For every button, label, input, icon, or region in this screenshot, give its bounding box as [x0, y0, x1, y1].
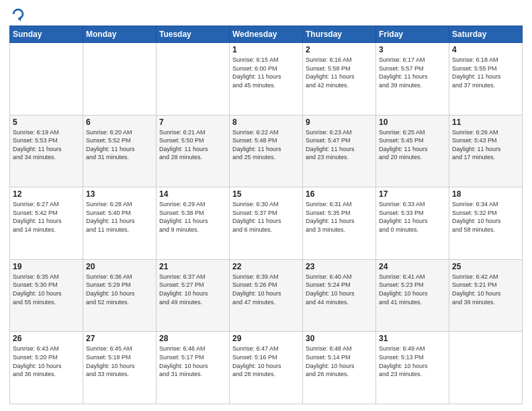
day-info: Sunrise: 6:40 AM Sunset: 5:24 PM Dayligh…	[306, 273, 373, 306]
day-info: Sunrise: 6:42 AM Sunset: 5:21 PM Dayligh…	[452, 273, 519, 306]
calendar-cell: 4Sunrise: 6:18 AM Sunset: 5:55 PM Daylig…	[449, 43, 523, 116]
calendar-cell: 28Sunrise: 6:46 AM Sunset: 5:17 PM Dayli…	[157, 332, 230, 404]
day-info: Sunrise: 6:41 AM Sunset: 5:23 PM Dayligh…	[379, 273, 446, 306]
calendar-cell: 17Sunrise: 6:33 AM Sunset: 5:33 PM Dayli…	[376, 187, 449, 260]
calendar-cell: 30Sunrise: 6:48 AM Sunset: 5:14 PM Dayli…	[303, 332, 376, 404]
day-info: Sunrise: 6:48 AM Sunset: 5:14 PM Dayligh…	[306, 345, 373, 378]
day-info: Sunrise: 6:21 AM Sunset: 5:50 PM Dayligh…	[159, 128, 226, 162]
calendar-week-3: 12Sunrise: 6:27 AM Sunset: 5:42 PM Dayli…	[10, 187, 523, 260]
calendar-cell: 5Sunrise: 6:19 AM Sunset: 5:53 PM Daylig…	[10, 115, 83, 187]
day-number: 19	[13, 262, 80, 271]
calendar-cell: 18Sunrise: 6:34 AM Sunset: 5:32 PM Dayli…	[449, 187, 523, 260]
day-info: Sunrise: 6:30 AM Sunset: 5:37 PM Dayligh…	[232, 200, 300, 234]
calendar-cell: 7Sunrise: 6:21 AM Sunset: 5:50 PM Daylig…	[157, 115, 230, 187]
calendar-cell: 3Sunrise: 6:17 AM Sunset: 5:57 PM Daylig…	[376, 43, 449, 116]
day-number: 21	[159, 262, 226, 271]
day-info: Sunrise: 6:37 AM Sunset: 5:27 PM Dayligh…	[159, 273, 226, 306]
day-info: Sunrise: 6:23 AM Sunset: 5:47 PM Dayligh…	[306, 128, 373, 162]
calendar-cell	[10, 43, 83, 116]
calendar-week-1: 1Sunrise: 6:15 AM Sunset: 6:00 PM Daylig…	[10, 43, 523, 116]
calendar-cell: 26Sunrise: 6:43 AM Sunset: 5:20 PM Dayli…	[10, 332, 83, 404]
day-number: 22	[232, 262, 300, 271]
calendar-cell: 21Sunrise: 6:37 AM Sunset: 5:27 PM Dayli…	[157, 259, 230, 332]
day-number: 5	[13, 118, 80, 127]
day-number: 17	[379, 189, 446, 199]
day-number: 16	[306, 189, 373, 199]
day-number: 31	[379, 334, 446, 343]
day-info: Sunrise: 6:35 AM Sunset: 5:30 PM Dayligh…	[13, 273, 80, 306]
calendar-cell: 23Sunrise: 6:40 AM Sunset: 5:24 PM Dayli…	[303, 259, 376, 332]
calendar-cell: 20Sunrise: 6:36 AM Sunset: 5:29 PM Dayli…	[83, 259, 157, 332]
calendar-cell: 31Sunrise: 6:49 AM Sunset: 5:13 PM Dayli…	[376, 332, 449, 404]
day-number: 25	[452, 262, 519, 271]
day-number: 28	[159, 334, 226, 343]
calendar-cell: 27Sunrise: 6:45 AM Sunset: 5:18 PM Dayli…	[83, 332, 157, 404]
svg-marker-1	[18, 16, 21, 21]
day-number: 7	[159, 118, 226, 127]
day-number: 12	[13, 189, 80, 199]
day-info: Sunrise: 6:39 AM Sunset: 5:26 PM Dayligh…	[232, 273, 300, 306]
calendar-cell: 12Sunrise: 6:27 AM Sunset: 5:42 PM Dayli…	[10, 187, 83, 260]
calendar-cell: 29Sunrise: 6:47 AM Sunset: 5:16 PM Dayli…	[230, 332, 303, 404]
day-number: 14	[159, 189, 226, 199]
day-info: Sunrise: 6:31 AM Sunset: 5:35 PM Dayligh…	[306, 200, 373, 234]
day-info: Sunrise: 6:49 AM Sunset: 5:13 PM Dayligh…	[379, 345, 446, 378]
calendar-cell: 16Sunrise: 6:31 AM Sunset: 5:35 PM Dayli…	[303, 187, 376, 260]
calendar-cell: 11Sunrise: 6:26 AM Sunset: 5:43 PM Dayli…	[449, 115, 523, 187]
calendar-body: 1Sunrise: 6:15 AM Sunset: 6:00 PM Daylig…	[10, 43, 523, 404]
calendar-cell: 6Sunrise: 6:20 AM Sunset: 5:52 PM Daylig…	[83, 115, 157, 187]
day-info: Sunrise: 6:26 AM Sunset: 5:43 PM Dayligh…	[452, 128, 519, 162]
day-info: Sunrise: 6:33 AM Sunset: 5:33 PM Dayligh…	[379, 200, 446, 234]
day-info: Sunrise: 6:27 AM Sunset: 5:42 PM Dayligh…	[13, 200, 80, 234]
day-number: 2	[306, 45, 373, 54]
logo	[9, 7, 27, 21]
calendar-week-5: 26Sunrise: 6:43 AM Sunset: 5:20 PM Dayli…	[10, 332, 523, 404]
calendar-cell: 19Sunrise: 6:35 AM Sunset: 5:30 PM Dayli…	[10, 259, 83, 332]
day-info: Sunrise: 6:43 AM Sunset: 5:20 PM Dayligh…	[13, 345, 80, 378]
weekday-header-sunday: Sunday	[10, 26, 83, 43]
day-number: 23	[306, 262, 373, 271]
day-info: Sunrise: 6:25 AM Sunset: 5:45 PM Dayligh…	[379, 128, 446, 162]
calendar-cell: 9Sunrise: 6:23 AM Sunset: 5:47 PM Daylig…	[303, 115, 376, 187]
calendar-cell: 14Sunrise: 6:29 AM Sunset: 5:38 PM Dayli…	[157, 187, 230, 260]
calendar-cell: 24Sunrise: 6:41 AM Sunset: 5:23 PM Dayli…	[376, 259, 449, 332]
weekday-header-wednesday: Wednesday	[230, 26, 303, 43]
day-number: 3	[379, 45, 446, 54]
calendar-cell: 1Sunrise: 6:15 AM Sunset: 6:00 PM Daylig…	[230, 43, 303, 116]
day-info: Sunrise: 6:46 AM Sunset: 5:17 PM Dayligh…	[159, 345, 226, 378]
weekday-row: SundayMondayTuesdayWednesdayThursdayFrid…	[10, 26, 523, 43]
page: SundayMondayTuesdayWednesdayThursdayFrid…	[0, 0, 532, 411]
day-info: Sunrise: 6:45 AM Sunset: 5:18 PM Dayligh…	[86, 345, 153, 378]
day-number: 24	[379, 262, 446, 271]
calendar-table: SundayMondayTuesdayWednesdayThursdayFrid…	[9, 26, 523, 404]
day-info: Sunrise: 6:19 AM Sunset: 5:53 PM Dayligh…	[13, 128, 80, 162]
weekday-header-saturday: Saturday	[449, 26, 523, 43]
day-info: Sunrise: 6:15 AM Sunset: 6:00 PM Dayligh…	[232, 56, 300, 89]
logo-icon	[11, 7, 26, 21]
day-info: Sunrise: 6:47 AM Sunset: 5:16 PM Dayligh…	[232, 345, 300, 378]
day-number: 11	[452, 118, 519, 127]
calendar-cell: 22Sunrise: 6:39 AM Sunset: 5:26 PM Dayli…	[230, 259, 303, 332]
calendar-cell: 8Sunrise: 6:22 AM Sunset: 5:48 PM Daylig…	[230, 115, 303, 187]
weekday-header-friday: Friday	[376, 26, 449, 43]
calendar-cell: 2Sunrise: 6:16 AM Sunset: 5:58 PM Daylig…	[303, 43, 376, 116]
day-number: 9	[306, 118, 373, 127]
weekday-header-tuesday: Tuesday	[157, 26, 230, 43]
weekday-header-monday: Monday	[83, 26, 157, 43]
header	[9, 7, 523, 21]
day-info: Sunrise: 6:29 AM Sunset: 5:38 PM Dayligh…	[159, 200, 226, 234]
day-number: 30	[306, 334, 373, 343]
day-number: 15	[232, 189, 300, 199]
day-info: Sunrise: 6:34 AM Sunset: 5:32 PM Dayligh…	[452, 200, 519, 234]
day-info: Sunrise: 6:18 AM Sunset: 5:55 PM Dayligh…	[452, 56, 519, 89]
day-number: 10	[379, 118, 446, 127]
day-number: 20	[86, 262, 153, 271]
day-number: 4	[452, 45, 519, 54]
calendar-cell: 13Sunrise: 6:28 AM Sunset: 5:40 PM Dayli…	[83, 187, 157, 260]
day-info: Sunrise: 6:22 AM Sunset: 5:48 PM Dayligh…	[232, 128, 300, 162]
day-number: 18	[452, 189, 519, 199]
calendar-cell	[449, 332, 523, 404]
calendar-cell: 15Sunrise: 6:30 AM Sunset: 5:37 PM Dayli…	[230, 187, 303, 260]
day-info: Sunrise: 6:28 AM Sunset: 5:40 PM Dayligh…	[86, 200, 153, 234]
calendar-week-2: 5Sunrise: 6:19 AM Sunset: 5:53 PM Daylig…	[10, 115, 523, 187]
